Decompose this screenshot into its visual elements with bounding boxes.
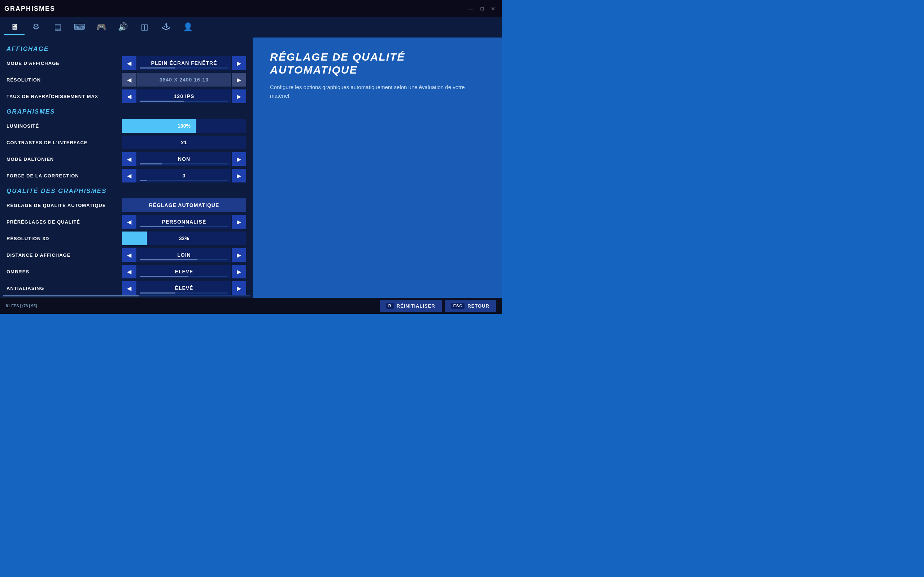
arrow-left-distance[interactable]: ◀	[122, 248, 136, 262]
section-affichage: AFFICHAGE	[0, 42, 253, 55]
row-contrastes: CONTRASTES DE L'INTERFACE x1	[0, 134, 253, 151]
control-reglage-qualite: RÉGLAGE AUTOMATIQUE	[122, 198, 246, 212]
fps-display: 81 FPS [↑78 | 95]	[6, 304, 37, 308]
right-panel-title: RÉGLAGE DE QUALITÉ AUTOMATIQUE	[270, 50, 485, 76]
title-bar: GRAPHISMES — □ ✕	[0, 0, 502, 17]
section-qualite: QUALITÉ DES GRAPHISMES	[0, 184, 253, 197]
tab-account[interactable]: ◫	[134, 19, 155, 35]
arrow-right-daltonien[interactable]: ▶	[232, 152, 246, 166]
row-prereglages: PRÉRÉGLAGES DE QUALITÉ ◀ PERSONNALISÉ ▶	[0, 213, 253, 230]
arrow-right-mode-affichage[interactable]: ▶	[232, 56, 246, 70]
label-taux: TAUX DE RAFRAÎCHISSEMENT MAX	[6, 94, 122, 99]
value-contrastes: x1	[122, 135, 246, 149]
value-luminosite[interactable]: 100%	[122, 119, 246, 133]
arrow-left-ombres[interactable]: ◀	[122, 265, 136, 279]
tab-settings[interactable]: ⚙	[26, 19, 46, 35]
settings-panel: AFFICHAGE MODE D'AFFICHAGE ◀ PLEIN ÉCRAN…	[0, 37, 253, 298]
right-panel: RÉGLAGE DE QUALITÉ AUTOMATIQUE Configure…	[253, 37, 502, 298]
row-force-correction: FORCE DE LA CORRECTION ◀ 0 ▶	[0, 167, 253, 184]
main-layout: AFFICHAGE MODE D'AFFICHAGE ◀ PLEIN ÉCRAN…	[0, 37, 502, 298]
label-prereglages: PRÉRÉGLAGES DE QUALITÉ	[6, 219, 122, 225]
value-daltonien: NON	[137, 152, 231, 166]
value-ombres: ÉLEVÉ	[137, 265, 231, 279]
control-resolution-3d: 33%	[122, 232, 246, 245]
bottom-buttons: R RÉINITIALISER ESC RETOUR	[380, 300, 496, 312]
row-distance: DISTANCE D'AFFICHAGE ◀ LOIN ▶	[0, 247, 253, 263]
label-luminosite: LUMINOSITÉ	[6, 123, 122, 129]
arrow-left-prereglages[interactable]: ◀	[122, 215, 136, 229]
reinitialiser-kbd: R	[386, 303, 394, 309]
tab-profile[interactable]: 👤	[178, 19, 198, 35]
row-mode-affichage: MODE D'AFFICHAGE ◀ PLEIN ÉCRAN FENÊTRÉ ▶	[0, 55, 253, 71]
value-resolution-3d[interactable]: 33%	[122, 232, 246, 245]
arrow-right-resolution[interactable]: ▶	[232, 73, 246, 87]
arrow-right-prereglages[interactable]: ▶	[232, 215, 246, 229]
label-resolution-3d: RÉSOLUTION 3D	[6, 236, 122, 241]
control-resolution: ◀ 3840 X 2400 16:10 ▶	[122, 73, 246, 87]
control-prereglages: ◀ PERSONNALISÉ ▶	[122, 215, 246, 229]
bar-prereglages	[140, 226, 228, 227]
arrow-left-mode-affichage[interactable]: ◀	[122, 56, 136, 70]
arrow-right-taux[interactable]: ▶	[232, 89, 246, 103]
arrow-right-antialiasing[interactable]: ▶	[232, 281, 246, 295]
label-daltonien: MODE DALTONIEN	[6, 156, 122, 162]
label-distance: DISTANCE D'AFFICHAGE	[6, 253, 122, 258]
close-button[interactable]: ✕	[489, 5, 498, 12]
tab-keyboard[interactable]: ⌨	[69, 19, 89, 35]
reinitialiser-label: RÉINITIALISER	[397, 303, 435, 309]
control-antialiasing: ◀ ÉLEVÉ ▶	[122, 281, 246, 295]
arrow-right-force-correction[interactable]: ▶	[232, 169, 246, 182]
control-distance: ◀ LOIN ▶	[122, 248, 246, 262]
bottom-bar: 81 FPS [↑78 | 95] R RÉINITIALISER ESC RE…	[0, 298, 502, 314]
row-ombres: OMBRES ◀ ÉLEVÉ ▶	[0, 263, 253, 280]
value-prereglages: PERSONNALISÉ	[137, 215, 231, 229]
arrow-right-ombres[interactable]: ▶	[232, 265, 246, 279]
control-daltonien: ◀ NON ▶	[122, 152, 246, 166]
label-antialiasing: ANTIALIASING	[6, 285, 122, 291]
arrow-left-force-correction[interactable]: ◀	[122, 169, 136, 182]
app-title: GRAPHISMES	[4, 5, 55, 13]
bar-resolution	[3, 295, 250, 297]
bar-distance	[140, 259, 228, 260]
reinitialiser-button[interactable]: R RÉINITIALISER	[380, 300, 442, 312]
minimize-button[interactable]: —	[466, 5, 476, 12]
value-resolution: 3840 X 2400 16:10	[137, 73, 231, 87]
arrow-left-resolution[interactable]: ◀	[122, 73, 136, 87]
control-mode-affichage: ◀ PLEIN ÉCRAN FENÊTRÉ ▶	[122, 56, 246, 70]
value-force-correction: 0	[137, 169, 231, 182]
label-force-correction: FORCE DE LA CORRECTION	[6, 173, 122, 179]
label-reglage-qualite: RÉGLAGE DE QUALITÉ AUTOMATIQUE	[6, 203, 122, 208]
control-force-correction: ◀ 0 ▶	[122, 169, 246, 182]
tab-controller[interactable]: 🕹	[156, 19, 176, 35]
tab-ui[interactable]: ▤	[48, 19, 68, 35]
label-mode-affichage: MODE D'AFFICHAGE	[6, 61, 122, 66]
section-graphismes: GRAPHISMES	[0, 105, 253, 118]
row-luminosite: LUMINOSITÉ 100%	[0, 118, 253, 134]
tab-display[interactable]: 🖥	[4, 19, 24, 35]
retour-label: RETOUR	[467, 303, 489, 309]
tab-audio[interactable]: 🔊	[113, 19, 133, 35]
label-contrastes: CONTRASTES DE L'INTERFACE	[6, 140, 122, 145]
control-taux: ◀ 120 IPS ▶	[122, 89, 246, 103]
control-ombres: ◀ ÉLEVÉ ▶	[122, 265, 246, 279]
window-controls[interactable]: — □ ✕	[466, 5, 498, 12]
row-taux: TAUX DE RAFRAÎCHISSEMENT MAX ◀ 120 IPS ▶	[0, 88, 253, 105]
arrow-right-distance[interactable]: ▶	[232, 248, 246, 262]
row-antialiasing: ANTIALIASING ◀ ÉLEVÉ ▶	[0, 280, 253, 297]
control-contrastes: x1	[122, 135, 246, 149]
value-reglage-qualite[interactable]: RÉGLAGE AUTOMATIQUE	[122, 198, 246, 212]
row-reglage-qualite: RÉGLAGE DE QUALITÉ AUTOMATIQUE RÉGLAGE A…	[0, 197, 253, 213]
retour-button[interactable]: ESC RETOUR	[445, 300, 496, 312]
maximize-button[interactable]: □	[478, 5, 486, 12]
bar-antialiasing	[140, 292, 228, 293]
nav-tabs: 🖥 ⚙ ▤ ⌨ 🎮 🔊 ◫ 🕹 👤	[0, 17, 502, 37]
row-daltonien: MODE DALTONIEN ◀ NON ▶	[0, 151, 253, 167]
bar-force-correction	[140, 180, 228, 181]
arrow-left-taux[interactable]: ◀	[122, 89, 136, 103]
tab-gamepad[interactable]: 🎮	[91, 19, 111, 35]
bar-daltonien	[140, 163, 228, 164]
label-resolution: RÉSOLUTION	[6, 77, 122, 82]
arrow-left-antialiasing[interactable]: ◀	[122, 281, 136, 295]
arrow-left-daltonien[interactable]: ◀	[122, 152, 136, 166]
retour-kbd: ESC	[451, 303, 465, 309]
